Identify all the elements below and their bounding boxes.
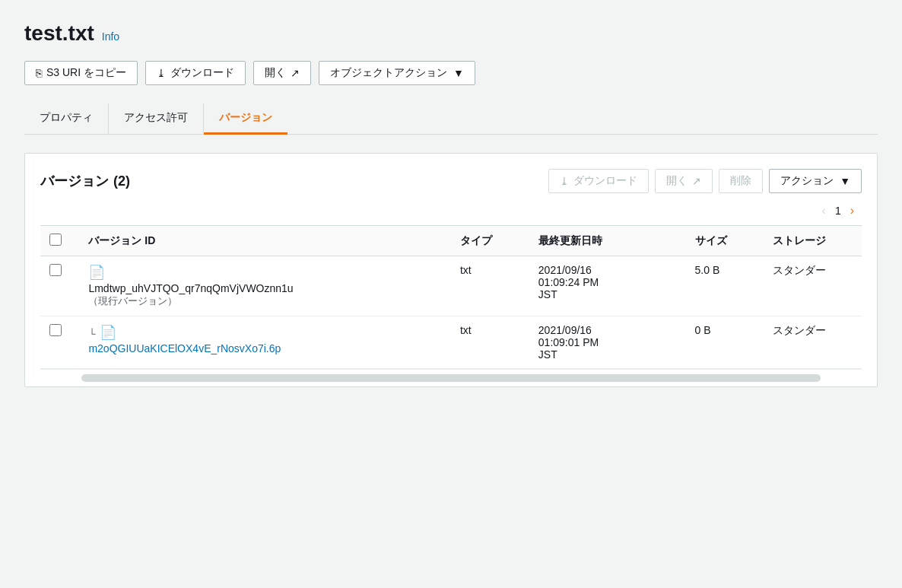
panel-actions-button[interactable]: アクション ▼	[769, 169, 862, 193]
table-row: └ 📄m2oQGIUUaKICElOX4vE_rNosvXo7i.6ptxt20…	[40, 316, 862, 369]
col-storage: ストレージ	[764, 226, 862, 256]
versions-panel: バージョン (2) ⤓ ダウンロード 開く ↗ 削除 アクション ▼	[24, 153, 878, 387]
versions-table: バージョン ID タイプ 最終更新日時 サイズ ストレージ 📄Lmdtwp_uh…	[40, 225, 862, 369]
open-button[interactable]: 開く ↗	[253, 61, 311, 85]
version-count: (2)	[113, 173, 130, 189]
col-last-modified: 最終更新日時	[529, 226, 686, 256]
version-last-modified: 2021/09/1601:09:24 PMJST	[529, 256, 686, 316]
select-all-checkbox[interactable]	[49, 234, 62, 246]
tab-properties[interactable]: プロパティ	[24, 103, 109, 135]
copy-s3-uri-button[interactable]: ⎘ S3 URI をコピー	[24, 61, 138, 85]
panel-download-icon: ⤓	[560, 175, 569, 187]
prev-page-button[interactable]: ‹	[818, 202, 831, 219]
file-icon: └ 📄	[88, 324, 442, 341]
tab-versions[interactable]: バージョン	[204, 103, 287, 135]
version-type: txt	[451, 256, 529, 316]
version-type: txt	[451, 316, 529, 369]
file-icon: 📄	[88, 264, 442, 281]
dropdown-arrow-icon: ▼	[453, 67, 464, 79]
panel-delete-button[interactable]: 削除	[719, 169, 763, 193]
col-type: タイプ	[451, 226, 529, 256]
version-id-text[interactable]: m2oQGIUUaKICElOX4vE_rNosvXo7i.6p	[88, 342, 442, 354]
panel-open-button[interactable]: 開く ↗	[655, 169, 713, 193]
horizontal-scrollbar[interactable]	[40, 369, 862, 386]
page-title: test.txt	[24, 21, 94, 46]
info-badge[interactable]: Info	[102, 30, 119, 43]
row-checkbox[interactable]	[49, 264, 62, 276]
panel-title: バージョン	[40, 172, 109, 190]
table-row: 📄Lmdtwp_uhVJTQO_qr7nqQmVjVWOznn1u（現行バージョ…	[40, 256, 862, 316]
panel-actions: ⤓ ダウンロード 開く ↗ 削除 アクション ▼	[548, 169, 862, 193]
object-actions-button[interactable]: オブジェクトアクション ▼	[319, 61, 475, 85]
panel-download-button[interactable]: ⤓ ダウンロード	[548, 169, 649, 193]
toolbar: ⎘ S3 URI をコピー ⤓ ダウンロード 開く ↗ オブジェクトアクション …	[24, 61, 878, 85]
version-size: 5.0 B	[686, 256, 764, 316]
panel-header: バージョン (2) ⤓ ダウンロード 開く ↗ 削除 アクション ▼	[40, 169, 862, 193]
download-button[interactable]: ⤓ ダウンロード	[145, 61, 246, 85]
version-storage: スタンダー	[764, 256, 862, 316]
version-size: 0 B	[686, 316, 764, 369]
copy-icon: ⎘	[36, 67, 42, 79]
tabs: プロパティ アクセス許可 バージョン	[24, 103, 878, 135]
current-version-tag: （現行バージョン）	[88, 294, 442, 308]
panel-dropdown-icon: ▼	[840, 175, 850, 187]
page-number: 1	[835, 205, 841, 217]
download-icon: ⤓	[157, 67, 166, 79]
col-version-id: バージョン ID	[79, 226, 451, 256]
next-page-button[interactable]: ›	[846, 202, 859, 219]
col-size: サイズ	[686, 226, 764, 256]
tab-access[interactable]: アクセス許可	[109, 103, 204, 135]
version-last-modified: 2021/09/1601:09:01 PMJST	[529, 316, 686, 369]
version-storage: スタンダー	[764, 316, 862, 369]
version-id-text: Lmdtwp_uhVJTQO_qr7nqQmVjVWOznn1u	[88, 282, 442, 294]
panel-open-icon: ↗	[692, 175, 701, 187]
external-link-icon: ↗	[291, 67, 300, 79]
pagination: ‹ 1 ›	[40, 202, 859, 219]
row-checkbox[interactable]	[49, 324, 62, 336]
